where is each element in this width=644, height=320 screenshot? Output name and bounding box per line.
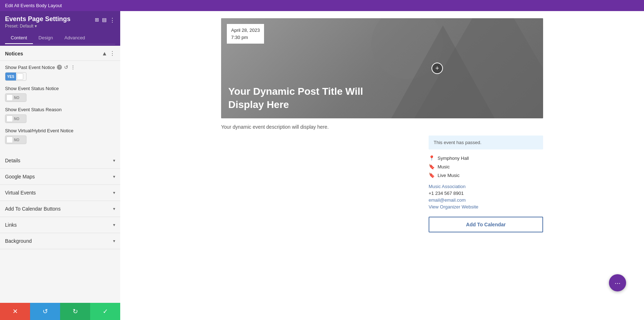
undo-button[interactable]: ↺ — [30, 303, 60, 320]
event-time: 7:30 pm — [231, 34, 260, 41]
toggle-event-status-reason: Show Event Status Reason NO — [5, 107, 115, 123]
sidebar-preset[interactable]: Preset: Default ▾ — [5, 24, 70, 29]
section-details: Details ▾ — [0, 153, 120, 169]
notices-title: Notices — [5, 51, 23, 56]
sidebar-icon-copy[interactable]: ⊞ — [95, 17, 99, 24]
category-music: Music — [438, 164, 450, 169]
organizer-email-link[interactable]: email@email.com — [429, 197, 543, 203]
sidebar-icon-columns[interactable]: ▤ — [102, 17, 107, 24]
toggle-yes-label: YES — [5, 73, 16, 80]
cancel-button[interactable]: ✕ — [0, 303, 30, 320]
main-layout: Events Page Settings Preset: Default ▾ ⊞… — [0, 11, 644, 320]
notice-text: This event has passed. — [434, 140, 482, 145]
event-status-reason-label-row: Show Event Status Reason — [5, 107, 115, 112]
tab-content[interactable]: Content — [5, 32, 33, 44]
notices-body: Show Past Event Notice ? ↺ ⋮ YES Show Ev… — [0, 61, 120, 153]
links-chevron: ▾ — [113, 222, 115, 227]
event-date-badge: April 28, 2023 7:30 pm — [227, 24, 264, 44]
sidebar-title: Events Page Settings — [5, 15, 70, 23]
details-chevron: ▾ — [113, 158, 115, 163]
preview-area: April 28, 2023 7:30 pm Your Dynamic Post… — [120, 11, 644, 320]
venue-icon: 📍 — [429, 155, 435, 161]
notices-controls: ▲ ⋮ — [102, 50, 115, 57]
add-to-calendar-button[interactable]: Add To Calendar — [429, 217, 543, 232]
notices-collapse-icon[interactable]: ▲ — [102, 50, 107, 57]
top-bar: Edit All Events Body Layout — [0, 0, 644, 11]
sidebar-content: Notices ▲ ⋮ Show Past Event Notice ? ↺ ⋮ — [0, 46, 120, 303]
geo-triangle-2 — [371, 25, 514, 118]
sidebar: Events Page Settings Preset: Default ▾ ⊞… — [0, 11, 120, 320]
sidebar-header: Events Page Settings Preset: Default ▾ ⊞… — [0, 11, 120, 46]
tab-design[interactable]: Design — [33, 32, 59, 44]
organizer-section: Music Association +1 234 567 8901 email@… — [429, 184, 543, 210]
toggle-thumb — [17, 73, 23, 80]
organizer-name-link[interactable]: Music Association — [429, 184, 543, 189]
virtual-hybrid-label: Show Virtual/Hybrid Event Notice — [5, 128, 73, 133]
google-maps-header[interactable]: Google Maps ▾ — [0, 169, 120, 184]
section-virtual-events: Virtual Events ▾ — [0, 185, 120, 201]
event-description: Your dynamic event description will disp… — [221, 124, 543, 130]
venue-item: 📍 Symphony Hall — [429, 155, 543, 161]
add-section-button[interactable]: + — [431, 63, 443, 74]
bottom-bar: ✕ ↺ ↻ ✓ — [0, 303, 120, 320]
links-header[interactable]: Links ▾ — [0, 217, 120, 233]
event-status-label: Show Event Status Notice — [5, 86, 59, 91]
past-event-label-row: Show Past Event Notice ? ↺ ⋮ — [5, 64, 115, 70]
event-status-label-row: Show Event Status Notice — [5, 86, 115, 91]
virtual-events-chevron: ▾ — [113, 190, 115, 195]
past-event-more-icon[interactable]: ⋮ — [70, 64, 75, 70]
toggle-no-label-3: NO — [14, 138, 19, 142]
section-google-maps: Google Maps ▾ — [0, 169, 120, 185]
details-title: Details — [5, 158, 20, 163]
tab-advanced[interactable]: Advanced — [59, 32, 91, 44]
toggle-off-thumb-3 — [6, 137, 13, 143]
event-main — [221, 136, 418, 232]
background-header[interactable]: Background ▾ — [0, 233, 120, 249]
fab-icon: ··· — [615, 279, 621, 287]
category-live-music-item: 🔖 Live Music — [429, 172, 543, 178]
notices-section-header: Notices ▲ ⋮ — [0, 46, 120, 61]
section-calendar-buttons: Add To Calendar Buttons ▾ — [0, 201, 120, 217]
background-chevron: ▾ — [113, 238, 115, 243]
toggle-no-label-2: NO — [14, 117, 19, 121]
past-event-label: Show Past Event Notice — [5, 65, 55, 70]
toggle-virtual-hybrid: Show Virtual/Hybrid Event Notice NO — [5, 128, 115, 144]
section-background: Background ▾ — [0, 233, 120, 249]
background-title: Background — [5, 238, 32, 244]
event-image-container: April 28, 2023 7:30 pm Your Dynamic Post… — [221, 18, 543, 118]
virtual-events-header[interactable]: Virtual Events ▾ — [0, 185, 120, 201]
sidebar-icon-more[interactable]: ⋮ — [109, 17, 115, 24]
category-icon-2: 🔖 — [429, 172, 435, 178]
save-button[interactable]: ✓ — [90, 303, 120, 320]
past-event-help-icon[interactable]: ? — [57, 65, 62, 70]
event-sidebar-right: This event has passed. 📍 Symphony Hall 🔖… — [429, 136, 543, 232]
google-maps-title: Google Maps — [5, 174, 35, 179]
fab-button[interactable]: ··· — [609, 274, 626, 291]
event-status-toggle[interactable]: NO — [5, 93, 26, 102]
virtual-hybrid-toggle[interactable]: NO — [5, 136, 26, 144]
organizer-website-link[interactable]: View Organizer Website — [429, 204, 543, 210]
calendar-buttons-header[interactable]: Add To Calendar Buttons ▾ — [0, 201, 120, 217]
category-music-item: 🔖 Music — [429, 164, 543, 169]
sidebar-tabs: Content Design Advanced — [5, 32, 115, 44]
organizer-phone: +1 234 567 8901 — [429, 191, 543, 196]
past-event-toggle[interactable]: YES — [5, 72, 26, 81]
event-status-reason-toggle[interactable]: NO — [5, 114, 26, 123]
details-header[interactable]: Details ▾ — [0, 153, 120, 168]
virtual-events-title: Virtual Events — [5, 190, 36, 196]
category-icon-1: 🔖 — [429, 164, 435, 169]
section-links: Links ▾ — [0, 217, 120, 233]
calendar-buttons-chevron: ▾ — [113, 206, 115, 211]
toggle-past-event: Show Past Event Notice ? ↺ ⋮ YES — [5, 64, 115, 81]
top-bar-title: Edit All Events Body Layout — [5, 3, 62, 8]
event-title: Your Dynamic Post Title Will Display Her… — [228, 85, 371, 111]
event-body: This event has passed. 📍 Symphony Hall 🔖… — [221, 136, 543, 232]
venue-name: Symphony Hall — [438, 156, 469, 161]
notices-more-icon[interactable]: ⋮ — [109, 50, 115, 57]
toggle-event-status: Show Event Status Notice NO — [5, 86, 115, 102]
links-title: Links — [5, 222, 17, 228]
redo-button[interactable]: ↻ — [60, 303, 90, 320]
calendar-buttons-title: Add To Calendar Buttons — [5, 206, 60, 212]
past-event-reset-icon[interactable]: ↺ — [64, 64, 68, 70]
category-live-music: Live Music — [438, 173, 459, 178]
